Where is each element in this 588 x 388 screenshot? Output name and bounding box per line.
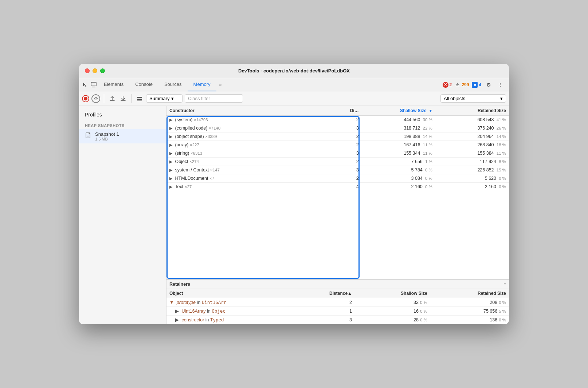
heap-table-row[interactable]: ▶ HTMLDocument ×7 2 3 084 0 % 5 620 0 %: [166, 174, 509, 183]
ret-col-shallow[interactable]: Shallow Size: [355, 289, 430, 298]
expand-arrow-icon[interactable]: ▶: [169, 143, 172, 147]
secondary-toolbar: ⊘: [79, 91, 509, 106]
col-header-retained[interactable]: Retained Size: [435, 106, 509, 116]
svg-rect-2: [92, 87, 95, 87]
expand-arrow-icon[interactable]: ▶: [169, 159, 172, 164]
heap-table-row[interactable]: ▶ Text ×27 4 2 160 0 % 2 160 0 %: [166, 183, 509, 191]
traffic-lights: [85, 68, 105, 73]
retainer-row[interactable]: ▶ constructor in Typed 3 280 % 1360 %: [166, 316, 509, 324]
cursor-icon[interactable]: [81, 80, 89, 89]
more-tabs-button[interactable]: »: [216, 82, 225, 87]
error-count[interactable]: ✕ 2: [443, 82, 452, 88]
tab-sources[interactable]: Sources: [158, 78, 188, 91]
heap-table-row[interactable]: ▶ (compiled code) ×7140 3 318 712 22 % 3…: [166, 124, 509, 132]
cell-shallow: 198 388 14 %: [362, 132, 435, 141]
constructor-name: Text: [175, 184, 183, 189]
retainers-section: Retainers ≡ Object Distance▲: [166, 279, 509, 324]
maximize-button[interactable]: [100, 68, 105, 73]
download-button[interactable]: [119, 94, 128, 103]
expand-arrow-icon[interactable]: ▶: [169, 185, 172, 189]
col-header-constructor[interactable]: Constructor: [166, 106, 332, 116]
warning-count[interactable]: ⚠ 299: [455, 82, 469, 88]
expand-arrow-icon[interactable]: ▶: [169, 126, 172, 131]
cell-retained: 226 852 15 %: [435, 166, 509, 174]
shallow-pct: 14 %: [422, 134, 432, 139]
expand-arrow-icon[interactable]: ▶: [169, 134, 172, 139]
dropdown-arrow-icon: ▾: [171, 96, 174, 101]
cell-constructor: ▶ (array) ×227: [166, 141, 332, 149]
ret-cell-retained: 1360 %: [430, 316, 509, 324]
svg-rect-1: [91, 82, 96, 86]
cell-distance: 2: [332, 132, 362, 141]
heap-table-row[interactable]: ▶ (object shape) ×3389 2 198 388 14 % 20…: [166, 132, 509, 141]
retained-pct: 0 %: [498, 185, 506, 189]
warning-icon: ⚠: [455, 82, 460, 88]
ret-cell-object: ▼ prototype in Uint16Arr: [166, 298, 321, 307]
ret-object-name: Uint16Array: [181, 309, 205, 314]
summary-dropdown[interactable]: Summary ▾: [146, 94, 183, 103]
ret-expand-icon[interactable]: ▶: [175, 317, 179, 322]
retainer-row[interactable]: ▶ Uint16Array in Objec 1 160 % 75 6565 %: [166, 307, 509, 316]
cell-distance: 2: [332, 116, 362, 124]
upload-button[interactable]: [108, 94, 117, 103]
heap-icon[interactable]: [135, 94, 144, 103]
ret-col-object[interactable]: Object: [166, 289, 321, 298]
svg-rect-3: [137, 97, 142, 98]
heap-table-row[interactable]: ▶ (system) ×14793 2 444 560 30 % 608 548…: [166, 116, 509, 124]
info-count[interactable]: ■ 4: [472, 82, 481, 88]
retained-pct: 14 %: [495, 134, 506, 139]
class-filter-placeholder: Class filter: [188, 96, 210, 101]
ret-expand-icon[interactable]: ▼: [169, 300, 174, 305]
col-header-distance[interactable]: Di…: [332, 106, 362, 116]
ret-col-distance[interactable]: Distance▲: [321, 289, 355, 298]
tab-memory[interactable]: Memory: [188, 78, 216, 91]
heap-table-row[interactable]: ▶ (array) ×227 2 167 416 11 % 268 840 18…: [166, 141, 509, 149]
minimize-button[interactable]: [93, 68, 97, 73]
heap-table-row[interactable]: ▶ (string) ×6313 3 155 344 11 % 155 384 …: [166, 149, 509, 158]
expand-arrow-icon[interactable]: ▶: [169, 168, 172, 173]
cell-shallow: 167 416 11 %: [362, 141, 435, 149]
ret-cell-distance: 3: [321, 316, 355, 324]
ret-cell-retained: 2080 %: [430, 298, 509, 307]
clear-button[interactable]: ⊘: [91, 94, 100, 103]
constructor-name: (object shape): [175, 134, 204, 139]
retainer-row[interactable]: ▼ prototype in Uint16Arr 2 320 % 2080 %: [166, 298, 509, 307]
ret-cell-object: ▶ Uint16Array in Objec: [166, 307, 321, 316]
expand-arrow-icon[interactable]: ▶: [169, 151, 172, 156]
heap-table-row[interactable]: ▶ system / Context ×147 3 5 784 0 % 226 …: [166, 166, 509, 174]
col-header-shallow[interactable]: Shallow Size: [362, 106, 435, 116]
ret-object-name: prototype: [177, 300, 196, 305]
all-objects-label: All objects: [444, 96, 465, 101]
settings-icon[interactable]: ⚙: [484, 80, 493, 89]
inspect-icon[interactable]: [89, 80, 98, 89]
tab-elements[interactable]: Elements: [98, 78, 129, 91]
cell-retained: 117 924 8 %: [435, 158, 509, 166]
record-button[interactable]: [82, 95, 89, 102]
constructor-count: ×274: [189, 159, 199, 164]
constructor-name: HTMLDocument: [175, 176, 208, 181]
tab-console[interactable]: Console: [129, 78, 158, 91]
right-panel: Constructor Di… Shallow Size: [166, 106, 509, 324]
heap-table-row[interactable]: ▶ Object ×274 2 7 656 1 % 117 924 8 %: [166, 158, 509, 166]
cell-distance: 4: [332, 183, 362, 191]
error-icon: ✕: [443, 82, 448, 88]
cell-constructor: ▶ Text ×27: [166, 183, 332, 191]
cell-distance: 3: [332, 166, 362, 174]
snapshot-item[interactable]: Snapshot 1 1.5 MB: [79, 129, 166, 143]
more-options-icon[interactable]: ⋮: [496, 80, 505, 89]
ret-cell-shallow: 280 %: [355, 316, 430, 324]
class-filter-input[interactable]: Class filter: [185, 94, 243, 103]
retained-pct: 26 %: [495, 126, 506, 130]
constructor-name: (string): [175, 151, 189, 156]
heap-table: Constructor Di… Shallow Size: [166, 106, 509, 191]
ret-col-retained[interactable]: Retained Size: [430, 289, 509, 298]
shallow-pct: 30 %: [422, 118, 432, 122]
close-button[interactable]: [85, 68, 90, 73]
expand-arrow-icon[interactable]: ▶: [169, 118, 172, 122]
cell-retained: 376 240 26 %: [435, 124, 509, 132]
constructor-count: ×3389: [205, 134, 217, 139]
all-objects-dropdown[interactable]: All objects ▾: [440, 94, 506, 103]
cell-distance: 2: [332, 141, 362, 149]
expand-arrow-icon[interactable]: ▶: [169, 176, 172, 181]
ret-expand-icon[interactable]: ▶: [175, 309, 179, 314]
